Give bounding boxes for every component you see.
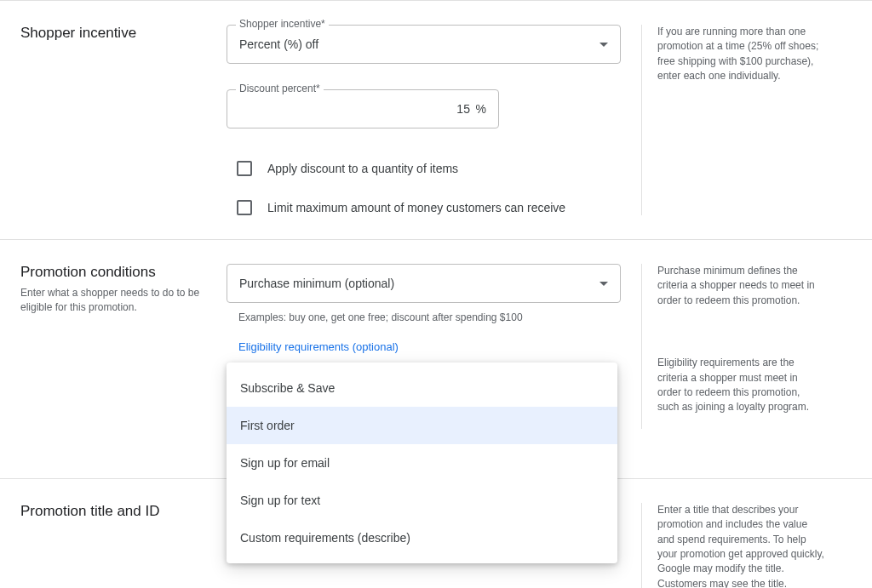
checkbox-label: Apply discount to a quantity of items	[267, 162, 458, 175]
help-text: Purchase minimum defines the criteria a …	[657, 264, 824, 308]
checkbox-apply-quantity[interactable]: Apply discount to a quantity of items	[227, 161, 621, 176]
menu-item-signup-text[interactable]: Sign up for text	[227, 482, 617, 519]
help-text: Enter a title that describes your promot…	[657, 503, 824, 588]
purchase-minimum-hint: Examples: buy one, get one free; discoun…	[227, 311, 621, 323]
percent-value: 15	[239, 102, 474, 116]
menu-item-custom-requirements[interactable]: Custom requirements (describe)	[227, 519, 617, 557]
shopper-incentive-select[interactable]: Shopper incentive* Percent (%) off	[227, 25, 621, 64]
checkbox-label: Limit maximum amount of money customers …	[267, 201, 565, 214]
section-shopper-incentive: Shopper incentive Shopper incentive* Per…	[0, 0, 872, 239]
dropdown-icon	[600, 282, 608, 286]
field-label: Discount percent*	[236, 83, 324, 94]
percent-suffix: %	[476, 102, 486, 116]
help-text: Eligibility requirements are the criteri…	[657, 356, 824, 415]
eligibility-dropdown-menu: Subscribe & Save First order Sign up for…	[227, 363, 617, 563]
checkbox-limit-max[interactable]: Limit maximum amount of money customers …	[227, 200, 621, 215]
checkbox-icon	[237, 161, 252, 176]
select-value: Percent (%) off	[239, 37, 600, 51]
section-title: Shopper incentive	[20, 25, 206, 42]
field-label: Shopper incentive*	[236, 18, 329, 30]
menu-item-signup-email[interactable]: Sign up for email	[227, 444, 617, 482]
select-value: Purchase minimum (optional)	[239, 277, 600, 290]
checkbox-icon	[237, 200, 252, 215]
purchase-minimum-select[interactable]: Purchase minimum (optional)	[227, 264, 621, 303]
eligibility-link[interactable]: Eligibility requirements (optional)	[227, 340, 621, 353]
discount-percent-input[interactable]: Discount percent* 15 %	[227, 89, 499, 128]
section-title: Promotion conditions	[20, 264, 206, 281]
section-subtitle: Enter what a shopper needs to do to be e…	[20, 286, 206, 316]
menu-item-subscribe-save[interactable]: Subscribe & Save	[227, 369, 617, 407]
menu-item-first-order[interactable]: First order	[227, 407, 617, 444]
help-text: If you are running more than one promoti…	[657, 25, 824, 84]
dropdown-icon	[600, 43, 608, 47]
section-title: Promotion title and ID	[20, 503, 206, 520]
